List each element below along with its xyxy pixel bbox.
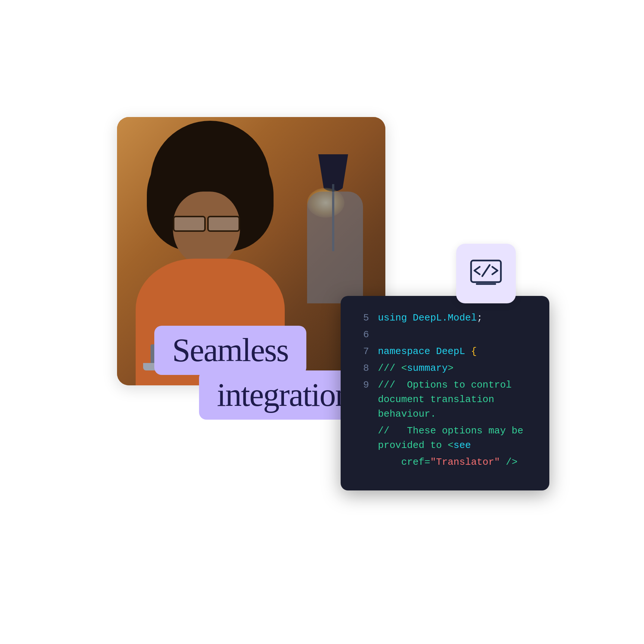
code-content-8: /// <summary> xyxy=(378,361,534,376)
code-content-9: /// Options to control document translat… xyxy=(378,378,534,422)
line-number-5: 5 xyxy=(356,311,369,325)
code-line-10: // These options may be provided to <see xyxy=(356,424,534,453)
headline-integration: integration xyxy=(217,377,351,413)
code-line-9: 9 /// Options to control document transl… xyxy=(356,378,534,422)
code-content-11: cref="Translator" /> xyxy=(378,455,534,470)
code-line-8: 8 /// <summary> xyxy=(356,361,534,376)
line-number-6: 6 xyxy=(356,328,369,342)
code-brackets-icon xyxy=(469,259,503,288)
code-panel: 5 using DeepL.Model; 6 7 namespace DeepL… xyxy=(341,296,549,490)
line-number-9: 9 xyxy=(356,378,369,392)
svg-line-1 xyxy=(482,265,490,276)
background-person xyxy=(307,192,363,303)
code-content-10: // These options may be provided to <see xyxy=(378,424,534,453)
person-glasses xyxy=(169,214,244,233)
headline-seamless: Seamless xyxy=(172,332,288,368)
code-content-5: using DeepL.Model; xyxy=(378,311,534,325)
code-content-7: namespace DeepL { xyxy=(378,344,534,359)
seamless-badge: Seamless xyxy=(154,326,306,375)
code-icon-card xyxy=(456,244,516,303)
code-line-6: 6 xyxy=(356,328,534,342)
code-line-11: cref="Translator" /> xyxy=(356,455,534,470)
code-line-7: 7 namespace DeepL { xyxy=(356,344,534,359)
line-number-7: 7 xyxy=(356,344,369,359)
line-number-8: 8 xyxy=(356,361,369,376)
code-line-5: 5 using DeepL.Model; xyxy=(356,311,534,325)
scene-container: Seamless integration 5 using DeepL.Model… xyxy=(117,117,527,527)
